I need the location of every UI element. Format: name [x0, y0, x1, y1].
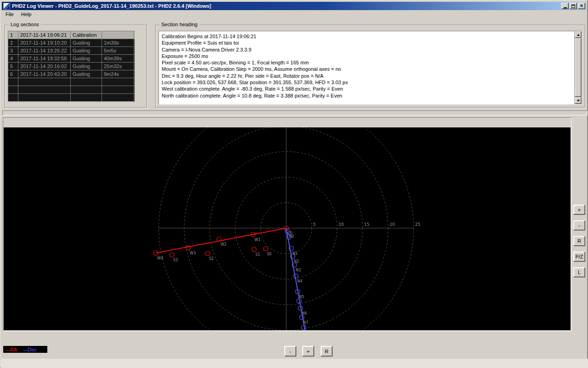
- log-section-cell: [102, 78, 134, 86]
- log-section-row[interactable]: [8, 94, 135, 102]
- log-section-cell: 25m32s: [102, 63, 134, 70]
- calibration-point-label: W3: [190, 251, 196, 255]
- log-section-cell: Guiding: [71, 47, 102, 55]
- log-text-line: Mount = On Camera, Calibration Step = 20…: [162, 66, 571, 72]
- bottom-strip: [1, 359, 588, 368]
- calibration-point: [170, 253, 174, 257]
- calibration-point: [252, 247, 256, 252]
- log-section-cell: 2017-11-14 19:10:20: [18, 39, 71, 47]
- plot-zoom-button-r[interactable]: R: [321, 346, 333, 356]
- log-sections-label: Log sections: [9, 22, 41, 27]
- app-icon: [3, 3, 10, 10]
- log-section-cell: 2: [8, 39, 18, 47]
- log-text-line: Pixel scale = 4.50 arc-sec/px, Binning =…: [162, 59, 571, 66]
- log-section-cell: [18, 94, 71, 102]
- log-section-row[interactable]: [8, 86, 135, 94]
- log-section-cell: [71, 94, 102, 102]
- minimize-icon: [564, 7, 567, 8]
- plot-side-button-pz[interactable]: P/Z: [573, 252, 585, 262]
- log-text-line: Dec = 9.3 deg, Hour angle = 2.22 hr, Pie…: [162, 73, 571, 79]
- calibration-point-label: S3: [173, 258, 178, 262]
- calibration-point-label: N6: [302, 311, 307, 316]
- plot-side-button--[interactable]: -: [573, 220, 585, 230]
- axis-tick-label: 20: [390, 222, 395, 227]
- calibration-point: [263, 247, 268, 251]
- horizontal-divider: [2, 110, 588, 115]
- log-text-line: Exposure = 2500 ms: [162, 53, 571, 59]
- maximize-button[interactable]: [570, 3, 577, 9]
- section-heading-panel: Calibration Begins at 2017-11-14 19:06:2…: [158, 31, 582, 104]
- close-button[interactable]: ×: [578, 3, 585, 9]
- log-section-cell: [71, 78, 102, 86]
- log-section-cell: 9m24s: [102, 70, 134, 78]
- calibration-plot-svg[interactable]: 510152025W4S3W3S2W2W1S1S0C0N0N1N2N3N4N5N…: [4, 127, 571, 330]
- legend-ra: —RA: [5, 347, 17, 352]
- window-title: PHD2 Log Viewer - PHD2_GuideLog_2017-11-…: [12, 3, 211, 9]
- plot-zoom-button-+[interactable]: +: [302, 346, 314, 356]
- section-heading-label: Section heading: [159, 22, 199, 27]
- log-section-cell: Calibration: [71, 31, 102, 39]
- menu-bar: FileHelp: [2, 10, 586, 18]
- calibration-point-label: S2: [209, 257, 214, 261]
- calibration-point: [205, 251, 210, 256]
- calibration-plot[interactable]: 510152025W4S3W3S2W2W1S1S0C0N0N1N2N3N4N5N…: [4, 127, 571, 330]
- calibration-point-label: W1: [254, 238, 260, 242]
- log-text-line: Camera = I-Nova Camera Driver 2.3.3.9: [162, 46, 571, 53]
- plot-side-button-r[interactable]: R: [573, 236, 585, 246]
- calibration-point-label: W4: [157, 256, 163, 260]
- plot-legend: —RA —Dec: [3, 346, 47, 353]
- axis-tick-label: 15: [364, 222, 369, 227]
- log-text-line: Equipment Profile = Suis et tais toi: [162, 40, 571, 46]
- log-section-cell: Guiding: [71, 63, 102, 70]
- log-section-cell: [8, 78, 18, 86]
- scroll-down-button[interactable]: [575, 97, 582, 104]
- scroll-up-button[interactable]: [575, 31, 582, 38]
- log-section-cell: [102, 86, 134, 94]
- log-section-cell: [18, 78, 71, 86]
- maximize-icon: [571, 5, 575, 8]
- log-section-row[interactable]: 42017-11-14 19:32:56Guiding40m39s: [8, 55, 135, 63]
- calibration-point-label: S0: [267, 252, 271, 256]
- axis-tick-label: 10: [339, 222, 344, 227]
- log-section-cell: 2017-11-14 20:16:02: [18, 63, 71, 70]
- log-section-row[interactable]: 22017-11-14 19:10:20Guiding1m39s: [8, 39, 135, 47]
- close-icon: ×: [580, 3, 583, 8]
- calibration-point-label: W2: [220, 242, 226, 247]
- log-section-cell: 2017-11-14 19:06:21: [18, 31, 71, 39]
- log-section-cell: [18, 86, 71, 94]
- log-section-row[interactable]: 32017-11-14 19:26:22Guiding5m5s: [8, 47, 135, 55]
- log-section-cell: Guiding: [71, 55, 102, 63]
- log-section-row[interactable]: 12017-11-14 19:06:21Calibration: [8, 31, 135, 39]
- log-section-cell: 1m39s: [102, 39, 134, 47]
- plot-side-button-+[interactable]: +: [573, 205, 585, 215]
- log-section-cell: 40m39s: [102, 55, 134, 63]
- window-controls: ×: [561, 3, 585, 9]
- section-heading-text: Calibration Begins at 2017-11-14 19:06:2…: [160, 32, 573, 103]
- minimize-button[interactable]: [561, 3, 569, 9]
- log-section-row[interactable]: [8, 78, 135, 86]
- log-section-cell: Guiding: [71, 70, 102, 78]
- calibration-point-label: S1: [255, 253, 260, 257]
- log-section-row[interactable]: 52017-11-14 20:16:02Guiding25m32s: [8, 63, 135, 70]
- log-section-cell: 2017-11-14 20:43:20: [18, 70, 71, 78]
- calibration-point-label: N4: [297, 279, 302, 283]
- arrow-down-icon: [577, 100, 580, 102]
- calibration-point: [301, 325, 306, 330]
- menu-file[interactable]: File: [2, 11, 17, 18]
- log-section-cell: [8, 94, 18, 102]
- log-text-line: North calibration complete. Angle = 10.8…: [162, 92, 571, 99]
- title-bar[interactable]: PHD2 Log Viewer - PHD2_GuideLog_2017-11-…: [2, 2, 586, 10]
- plot-zoom-button--[interactable]: -: [284, 346, 296, 356]
- menu-help[interactable]: Help: [17, 11, 35, 18]
- log-section-cell: [102, 31, 134, 39]
- calibration-point-label: N7: [303, 321, 308, 325]
- legend-dec: —Dec: [23, 347, 37, 352]
- vertical-scrollbar: [574, 31, 582, 104]
- calibration-point: [294, 274, 298, 278]
- section-heading-group: Section heading Calibration Begins at 20…: [155, 25, 585, 108]
- log-section-cell: 1: [8, 31, 18, 39]
- log-section-row[interactable]: 62017-11-14 20:43:20Guiding9m24s: [8, 70, 135, 78]
- scroll-thumb[interactable]: [575, 38, 582, 97]
- log-text-line: Calibration Begins at 2017-11-14 19:06:2…: [162, 33, 571, 40]
- plot-side-button-l[interactable]: L: [573, 267, 585, 277]
